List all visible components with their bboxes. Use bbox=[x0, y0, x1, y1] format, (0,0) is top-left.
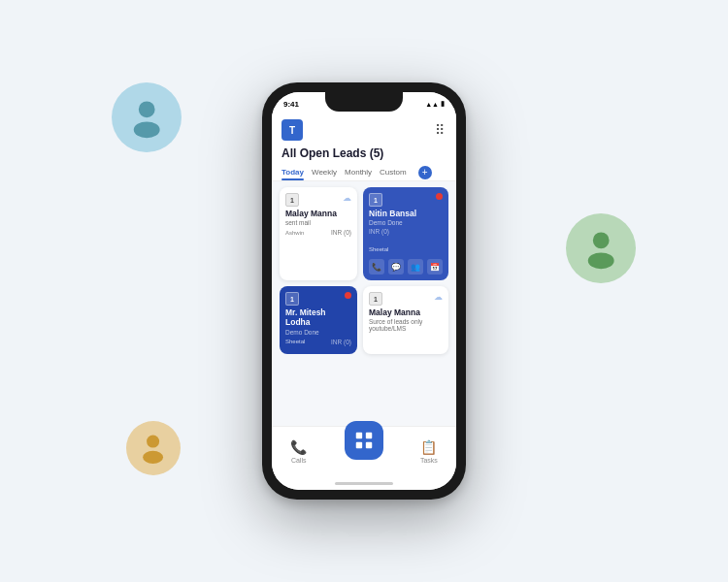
svg-point-1 bbox=[134, 121, 160, 138]
tabs-bar: Today Weekly Monthly Custom + bbox=[272, 164, 456, 181]
lead-amount: INR (0) bbox=[331, 339, 351, 345]
svg-rect-6 bbox=[355, 433, 361, 438]
status-icons: ▲▲ ▮ bbox=[425, 100, 445, 108]
lead-name: Mr. Mitesh Lodha bbox=[285, 307, 351, 327]
lead-status: Demo Done bbox=[285, 329, 351, 336]
calls-label: Calls bbox=[291, 457, 307, 464]
lead-status: Demo Done bbox=[369, 219, 443, 226]
lead-amount: INR (0) bbox=[369, 228, 443, 235]
leads-center-button[interactable] bbox=[345, 421, 383, 460]
svg-rect-7 bbox=[365, 433, 371, 438]
svg-rect-8 bbox=[355, 442, 361, 448]
tasks-icon: 📋 bbox=[420, 439, 437, 455]
svg-point-4 bbox=[147, 436, 159, 448]
cloud-icon: ☁ bbox=[434, 292, 443, 302]
message-action-icon[interactable]: 💬 bbox=[388, 259, 404, 275]
phone-screen: 9:41 ▲▲ ▮ T ⠿ All Open Leads (5) Today W… bbox=[272, 92, 456, 490]
lead-amount: INR (0) bbox=[331, 229, 351, 236]
nav-leads[interactable]: Leads bbox=[345, 421, 383, 482]
leads-grid-icon bbox=[353, 430, 375, 451]
priority-dot bbox=[436, 193, 443, 200]
battery-icon: ▮ bbox=[441, 100, 445, 108]
svg-point-5 bbox=[144, 451, 164, 464]
lead-name: Malay Manna bbox=[369, 307, 443, 317]
lead-card-malay-manna-1[interactable]: 1 ☁ Malay Manna sent mail Ashwin INR (0) bbox=[280, 187, 357, 280]
lead-card-malay-manna-2[interactable]: 1 ☁ Malay Manna Surce of leads only yout… bbox=[363, 286, 448, 354]
tab-monthly[interactable]: Monthly bbox=[345, 164, 372, 180]
background-avatar-bottom-left bbox=[126, 421, 181, 475]
call-action-icon[interactable]: 📞 bbox=[369, 259, 384, 275]
lead-owner-label: Sheetal bbox=[369, 238, 443, 255]
tab-weekly[interactable]: Weekly bbox=[312, 164, 337, 180]
lead-owner: Ashwin bbox=[285, 230, 304, 236]
lead-card-nitin-bansal[interactable]: 1 Nitin Bansal Demo Done INR (0) Sheetal… bbox=[363, 187, 448, 280]
status-time: 9:41 bbox=[283, 100, 299, 109]
tab-custom[interactable]: Custom bbox=[380, 164, 407, 180]
phone-notch bbox=[325, 92, 403, 112]
svg-rect-9 bbox=[365, 442, 371, 448]
lead-status: Surce of leads only youtube/LMS bbox=[369, 318, 443, 332]
lead-name: Nitin Bansal bbox=[369, 209, 443, 218]
svg-point-0 bbox=[139, 101, 155, 117]
phone-frame: 9:41 ▲▲ ▮ T ⠿ All Open Leads (5) Today W… bbox=[262, 82, 466, 500]
app-header: T ⠿ bbox=[272, 115, 456, 145]
card-number: 1 bbox=[285, 193, 299, 207]
page-title: All Open Leads (5) bbox=[272, 145, 456, 164]
add-tab-button[interactable]: + bbox=[418, 166, 432, 179]
cloud-icon: ☁ bbox=[343, 193, 351, 203]
calendar-action-icon[interactable]: 📅 bbox=[427, 259, 443, 275]
signal-icon: ▲▲ bbox=[425, 101, 439, 108]
nav-calls[interactable]: 📞 Calls bbox=[290, 439, 307, 464]
header-more-button[interactable]: ⠿ bbox=[435, 122, 447, 138]
card-number: 1 bbox=[369, 193, 382, 207]
app-logo[interactable]: T bbox=[281, 119, 303, 141]
calls-icon: 📞 bbox=[290, 439, 307, 455]
lead-card-mitesh-lodha[interactable]: 1 Mr. Mitesh Lodha Demo Done Sheetal INR… bbox=[280, 286, 357, 354]
card-number: 1 bbox=[285, 292, 299, 306]
bottom-navigation: 📞 Calls Leads 📋 Tasks bbox=[272, 426, 456, 476]
svg-point-2 bbox=[593, 232, 610, 248]
background-avatar-right bbox=[566, 213, 636, 283]
lead-owner: Sheetal bbox=[285, 339, 305, 344]
nav-tasks[interactable]: 📋 Tasks bbox=[420, 439, 438, 464]
priority-dot bbox=[345, 292, 351, 299]
home-indicator bbox=[272, 476, 456, 490]
leads-cards-area: 1 ☁ Malay Manna sent mail Ashwin INR (0)… bbox=[272, 181, 456, 426]
lead-owner: Sheetal bbox=[369, 246, 388, 252]
lead-name: Malay Manna bbox=[285, 209, 351, 218]
people-action-icon[interactable]: 👥 bbox=[408, 259, 423, 275]
svg-point-3 bbox=[588, 252, 614, 269]
tab-today[interactable]: Today bbox=[281, 164, 304, 180]
tasks-label: Tasks bbox=[420, 457, 438, 464]
home-bar bbox=[335, 482, 393, 485]
card-number: 1 bbox=[369, 292, 382, 306]
background-avatar-top-left bbox=[112, 82, 182, 152]
lead-status: sent mail bbox=[285, 219, 351, 226]
